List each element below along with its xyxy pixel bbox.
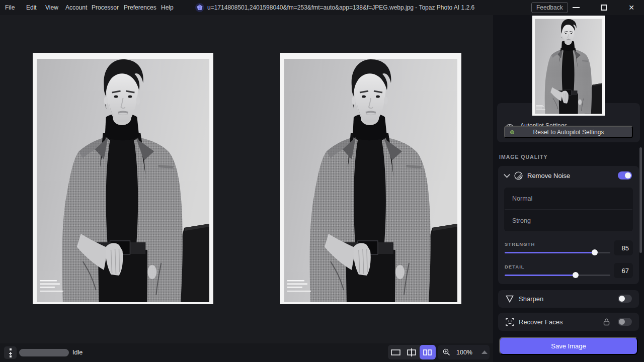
dots-plus-icon [9,348,13,358]
recover-faces-panel[interactable]: Recover Faces [498,313,639,331]
sharpen-panel[interactable]: Sharpen [498,290,639,308]
menu-account[interactable]: Account [64,0,88,15]
zoom-level: 100% [456,349,472,356]
after-image[interactable] [280,53,461,304]
recover-faces-toggle[interactable] [618,318,632,326]
option-normal[interactable]: Normal [504,188,633,209]
preview-canvas[interactable] [0,15,493,343]
status-bar: Idle 100% [0,343,493,362]
topaz-logo-icon [195,3,204,12]
split-view-icon [407,348,417,356]
remove-noise-toggle[interactable] [618,171,632,179]
single-view-button[interactable] [388,345,404,359]
sidebar-scrollbar[interactable] [639,147,642,253]
before-image[interactable] [33,53,213,304]
remove-noise-panel: Remove Noise Normal Strong STRENGTH 85 D… [498,166,639,284]
status-text: Idle [72,343,83,362]
slider-thumb[interactable] [592,249,598,255]
recover-faces-label: Recover Faces [519,318,562,326]
side-by-side-icon [423,349,432,355]
menu-processor[interactable]: Processor [91,0,120,15]
detail-slider[interactable] [505,272,610,278]
side-by-side-view-button[interactable] [420,345,436,359]
split-view-button[interactable] [404,345,420,359]
window-title: u=1714808501,2401598040&fm=253&fmt=auto&… [207,0,474,15]
settings-sidebar: Autopilot Settings Reset to Autopilot Se… [493,15,644,362]
remove-noise-header[interactable]: Remove Noise [498,166,639,185]
strength-label: STRENGTH [505,241,535,247]
progress-bar [19,349,69,356]
autopilot-status-dot [510,130,514,134]
close-button[interactable]: ✕ [624,0,639,15]
menu-preferences[interactable]: Preferences [123,0,157,15]
image-thumbnail[interactable] [532,16,605,116]
chevron-down-icon[interactable] [504,171,510,178]
toggle-knob [619,296,625,302]
zoom-caret-icon[interactable] [481,350,488,354]
zoom-in-icon [443,348,450,356]
noise-model-options: Normal Strong [504,188,633,231]
queue-menu-button[interactable] [4,346,17,359]
single-view-icon [391,349,400,355]
sharpen-toggle[interactable] [618,295,632,303]
detail-value[interactable]: 67 [614,263,633,278]
menu-edit[interactable]: Edit [25,0,38,15]
menu-help[interactable]: Help [160,0,175,15]
reset-autopilot-button[interactable]: Reset to Autopilot Settings [504,126,633,138]
maximize-button[interactable] [596,0,611,15]
feedback-button[interactable]: Feedback [531,2,568,13]
noise-icon [514,171,523,180]
lock-icon [603,318,610,326]
menu-view[interactable]: View [44,0,59,15]
face-scan-icon [506,318,514,326]
view-mode-group [388,345,436,359]
detail-label: DETAIL [505,264,525,269]
section-title-image-quality: IMAGE QUALITY [499,154,547,160]
title-bar: File Edit View Account Processor Prefere… [0,0,644,15]
menu-file[interactable]: File [4,0,16,15]
toggle-knob [625,172,631,178]
sharpen-icon [506,295,514,303]
sharpen-label: Sharpen [519,295,543,303]
strength-slider[interactable] [505,249,610,255]
zoom-control[interactable]: 100% [438,345,490,359]
toggle-knob [619,319,625,325]
strength-value[interactable]: 85 [614,240,633,255]
save-image-button[interactable]: Save Image [499,337,638,355]
slider-thumb[interactable] [573,272,579,278]
remove-noise-label: Remove Noise [527,172,570,179]
minimize-button[interactable] [569,0,584,15]
option-strong[interactable]: Strong [504,210,633,231]
